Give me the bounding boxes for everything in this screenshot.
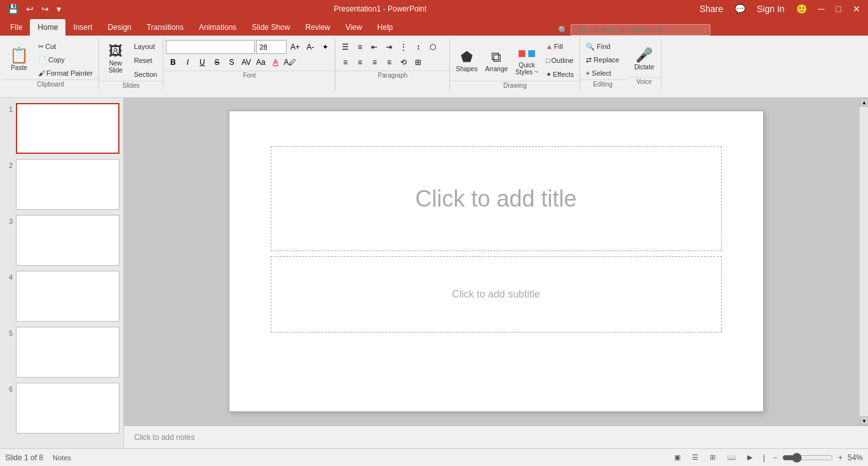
zoom-slider[interactable] [782, 453, 833, 462]
reset-button[interactable]: Reset [131, 54, 161, 67]
align-center-button[interactable]: ≡ [353, 55, 367, 69]
slide-6-thumb[interactable] [16, 383, 119, 434]
save-button[interactable]: 💾 [5, 3, 21, 15]
tab-slideshow[interactable]: Slide Show [244, 19, 297, 36]
customize-qat-button[interactable]: ▾ [54, 3, 64, 15]
shape-fill-button[interactable]: ▲ Fill [543, 40, 577, 53]
minimize-button[interactable]: ─ [816, 3, 827, 15]
outline-view-button[interactable]: ☰ [689, 452, 702, 463]
decrease-indent-button[interactable]: ⇤ [367, 40, 381, 54]
slideshow-button[interactable]: ▶ [744, 452, 756, 463]
change-case-button[interactable]: Aa [254, 55, 268, 69]
comments-button[interactable]: 💬 [732, 3, 748, 15]
editing-label: Editing [580, 79, 625, 89]
layout-button[interactable]: Layout [131, 40, 161, 53]
section-button[interactable]: Section [131, 68, 161, 81]
tab-file[interactable]: File [3, 19, 30, 36]
copy-button[interactable]: 📄 Copy [35, 53, 96, 66]
slide-1-container: 1 [4, 103, 119, 154]
font-row2: B I U S S AV Aa A A🖊 [166, 55, 297, 69]
font-group: A+ A- ✦ B I U S S AV Aa A A🖊 Font [163, 38, 336, 90]
justify-button[interactable]: ≡ [382, 55, 396, 69]
paste-button[interactable]: 📋 Paste [5, 40, 33, 77]
zoom-level: 54% [848, 453, 863, 462]
normal-view-button[interactable]: ▣ [671, 452, 684, 463]
increase-indent-button[interactable]: ⇥ [382, 40, 396, 54]
text-direction-button[interactable]: ⟲ [397, 55, 410, 69]
slide-2-number: 2 [4, 161, 13, 169]
text-shadow-button[interactable]: S [224, 55, 238, 69]
paragraph-row1: ☰ ≡ ⇤ ⇥ ⋮ ↕ ⬡ [338, 40, 440, 54]
cut-button[interactable]: ✂ Cut [35, 40, 96, 53]
tab-home[interactable]: Home [30, 19, 65, 36]
emoji-button[interactable]: 🙂 [794, 3, 810, 15]
tab-view[interactable]: View [338, 19, 370, 36]
slide-4-thumb[interactable] [16, 271, 119, 322]
slide-1-thumb[interactable] [16, 103, 119, 154]
underline-button[interactable]: U [195, 55, 209, 69]
bullets-button[interactable]: ☰ [338, 40, 352, 54]
smartart-button[interactable]: ⬡ [426, 40, 440, 54]
drawing-label: Drawing [450, 81, 580, 90]
scroll-down-button[interactable]: ▼ [860, 416, 868, 425]
numbering-button[interactable]: ≡ [353, 40, 367, 54]
vertical-scrollbar[interactable]: ▲ ▼ [859, 98, 868, 425]
tab-transitions[interactable]: Transitions [139, 19, 191, 36]
clipboard-group: 📋 Paste ✂ Cut 📄 Copy 🖌 Format Painter Cl… [0, 38, 99, 90]
find-button[interactable]: 🔍 Find [583, 40, 622, 53]
format-painter-button[interactable]: 🖌 Format Painter [35, 67, 96, 79]
increase-font-button[interactable]: A+ [288, 40, 302, 54]
new-slide-button[interactable]: 🖼 New Slide [102, 40, 130, 77]
char-spacing-button[interactable]: AV [239, 55, 253, 69]
title-placeholder[interactable]: Click to add title [271, 146, 722, 251]
bold-button[interactable]: B [166, 55, 180, 69]
align-left-button[interactable]: ≡ [338, 55, 352, 69]
notes-button[interactable]: Notes [50, 453, 74, 463]
tab-review[interactable]: Review [297, 19, 337, 36]
clear-format-button[interactable]: ✦ [318, 40, 332, 54]
scroll-up-button[interactable]: ▲ [860, 98, 868, 107]
decrease-font-button[interactable]: A- [303, 40, 317, 54]
tab-animations[interactable]: Animations [191, 19, 244, 36]
slide-5-thumb[interactable] [16, 327, 119, 378]
subtitle-placeholder[interactable]: Click to add subtitle [271, 256, 722, 332]
status-left: Slide 1 of 8 Notes [5, 453, 74, 463]
reading-view-button[interactable]: 📖 [724, 452, 739, 463]
slide-2-thumb[interactable] [16, 159, 119, 210]
shapes-button[interactable]: ⬟ Shapes [452, 42, 480, 79]
close-button[interactable]: ✕ [850, 3, 863, 15]
quick-styles-button[interactable]: ■■ Quick Styles ~ [512, 42, 541, 79]
slide-sorter-button[interactable]: ⊞ [707, 452, 719, 463]
undo-button[interactable]: ↩ [24, 3, 36, 15]
notes-area[interactable]: Click to add notes [124, 425, 868, 448]
replace-button[interactable]: ⇄ Replace [583, 53, 622, 66]
shape-effects-button[interactable]: ✦ Effects [543, 68, 577, 81]
search-input[interactable] [571, 24, 710, 36]
font-name-input[interactable] [166, 40, 255, 54]
dictate-button[interactable]: 🎤 Dictate [630, 40, 658, 77]
columns-button[interactable]: ⋮ [397, 40, 410, 54]
share-button[interactable]: Share [697, 3, 726, 15]
tab-design[interactable]: Design [100, 19, 139, 36]
select-button[interactable]: ⌖ Select [583, 67, 622, 79]
paragraph-label: Paragraph [336, 71, 449, 80]
font-size-input[interactable] [256, 40, 287, 54]
slide-canvas[interactable]: Click to add title Click to add subtitle [229, 111, 764, 412]
slides-label: Slides [99, 81, 163, 90]
highlight-color-button[interactable]: A🖊 [283, 55, 297, 69]
tab-help[interactable]: Help [370, 19, 401, 36]
align-text-button[interactable]: ⊞ [411, 55, 425, 69]
signin-button[interactable]: Sign In [754, 3, 787, 15]
redo-button[interactable]: ↪ [39, 3, 51, 15]
line-spacing-button[interactable]: ↕ [411, 40, 425, 54]
align-right-button[interactable]: ≡ [367, 55, 381, 69]
arrange-button[interactable]: ⧉ Arrange [482, 42, 511, 79]
italic-button[interactable]: I [180, 55, 194, 69]
tab-insert[interactable]: Insert [65, 19, 100, 36]
strikethrough-button[interactable]: S [210, 55, 224, 69]
shape-outline-button[interactable]: □ Outline [543, 54, 577, 67]
font-color-button[interactable]: A [268, 55, 282, 69]
maximize-button[interactable]: □ [834, 3, 844, 15]
slide-5-number: 5 [4, 329, 13, 337]
slide-3-thumb[interactable] [16, 215, 119, 266]
